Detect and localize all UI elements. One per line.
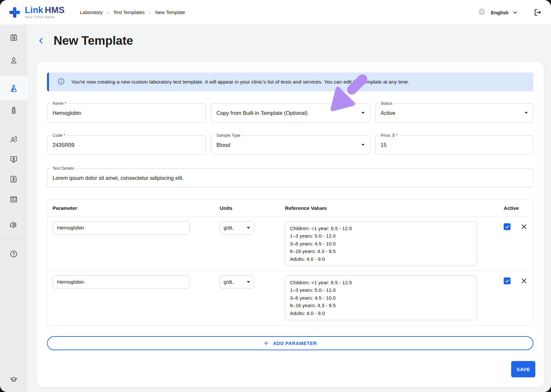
price-field-label: Price, $ * <box>379 133 399 138</box>
logout-icon[interactable] <box>533 8 542 17</box>
parameter-name-input[interactable] <box>53 221 190 234</box>
breadcrumb-test-templates[interactable]: Test Templates <box>113 10 145 15</box>
column-header-parameter: Parameter <box>53 205 220 211</box>
breadcrumb-new-template: New Template <box>155 10 185 15</box>
sidebar-item-staff[interactable] <box>9 135 18 144</box>
copy-template-select-value: Copy from Built-in Template (Optional) <box>216 110 307 116</box>
info-banner: You're now creating a new custom laborat… <box>47 72 533 91</box>
caret-down-icon <box>361 112 365 114</box>
add-parameter-label: ADD PARAMETER <box>273 341 317 346</box>
active-checkbox[interactable] <box>504 223 511 230</box>
active-checkbox[interactable] <box>504 277 511 284</box>
remove-parameter-button[interactable] <box>521 277 527 284</box>
monitor-gear-icon <box>9 155 18 164</box>
parameters-table-header: Parameter Units Reference Values Active <box>47 200 533 217</box>
invoice-icon <box>9 175 18 183</box>
status-select-label: Status <box>379 101 394 106</box>
sidebar-item-learning[interactable] <box>9 375 18 384</box>
back-button[interactable] <box>37 37 45 45</box>
check-icon <box>505 225 510 229</box>
price-input[interactable] <box>381 142 528 148</box>
price-field[interactable]: Price, $ * <box>375 135 533 154</box>
copy-template-select[interactable]: Copy from Built-in Template (Optional) <box>211 103 370 122</box>
bar-chart-icon <box>9 195 18 204</box>
logo-cross-icon <box>8 6 21 19</box>
question-circle-icon <box>9 250 18 258</box>
remove-parameter-button[interactable] <box>521 223 527 230</box>
breadcrumb: Laboratory › Test Templates › New Templa… <box>80 0 185 25</box>
sidebar-item-workstation[interactable] <box>9 155 18 164</box>
calendar-clock-icon <box>9 33 18 42</box>
parameter-row: g/dL Children: <1 year: 6.5 - 12.5 1–3 y… <box>47 271 533 325</box>
name-input[interactable] <box>53 110 200 116</box>
caret-down-icon <box>525 112 528 114</box>
code-field[interactable]: Code * <box>47 135 206 154</box>
status-select[interactable]: Status Active <box>375 103 533 122</box>
users-group-icon <box>9 135 18 144</box>
close-icon <box>521 277 527 284</box>
sidebar-divider <box>0 239 27 239</box>
medicine-bottle-icon <box>9 106 18 115</box>
info-banner-text: You're now creating a new custom laborat… <box>71 79 409 85</box>
template-form-card: You're now creating a new custom laborat… <box>37 62 544 387</box>
sidebar-divider <box>0 125 27 126</box>
user-icon <box>9 56 18 65</box>
units-select[interactable]: g/dL <box>220 275 254 289</box>
close-icon <box>521 223 527 230</box>
parameter-row: g/dL Children: <1 year: 6.5 - 12.5 1–3 y… <box>47 217 533 271</box>
sidebar-item-pharmacy[interactable] <box>9 106 18 115</box>
gear-icon <box>9 221 18 229</box>
sidebar-item-laboratory[interactable] <box>9 84 18 93</box>
check-icon <box>505 279 510 283</box>
sample-type-select-label: Sample Type <box>215 133 242 138</box>
chevron-right-icon: › <box>149 10 150 15</box>
parameters-table: Parameter Units Reference Values Active … <box>47 199 533 326</box>
units-select[interactable]: g/dL <box>220 221 254 234</box>
page-title: New Template <box>54 34 133 48</box>
code-input[interactable] <box>53 142 200 148</box>
caret-down-icon <box>361 144 365 146</box>
sidebar-item-reports[interactable] <box>9 195 18 204</box>
logo-wordmark: LinkHMS <box>25 6 65 15</box>
units-select-value: g/dL <box>224 279 233 285</box>
name-field-label: Name * <box>51 101 68 106</box>
save-button[interactable]: SAVE <box>511 361 535 377</box>
graduation-cap-icon <box>9 375 18 384</box>
parameter-name-input[interactable] <box>53 275 190 289</box>
plus-icon <box>263 340 269 346</box>
test-details-input[interactable] <box>53 175 528 181</box>
name-field[interactable]: Name * <box>47 103 206 122</box>
sidebar-item-patients[interactable] <box>9 56 18 65</box>
column-header-reference: Reference Values <box>285 205 494 211</box>
sidebar-item-help[interactable] <box>9 250 18 258</box>
app-logo: LinkHMS Your Clinic Name <box>8 6 65 19</box>
clinic-name: Your Clinic Name <box>25 15 65 19</box>
sidebar-nav <box>0 25 27 392</box>
caret-down-icon <box>247 227 250 229</box>
sidebar-item-settings[interactable] <box>9 221 18 229</box>
chevron-right-icon: › <box>107 10 108 15</box>
breadcrumb-laboratory[interactable]: Laboratory <box>80 10 102 15</box>
lab-flask-icon <box>9 84 18 93</box>
language-chevron-down-icon[interactable] <box>512 9 518 16</box>
sidebar-item-appointments[interactable] <box>9 33 18 42</box>
test-details-field[interactable]: Test Details <box>47 168 533 187</box>
add-parameter-button[interactable]: ADD PARAMETER <box>47 336 533 350</box>
sample-type-select-value: Blood <box>216 142 230 148</box>
units-select-value: g/dL <box>224 225 233 231</box>
test-details-label: Test Details <box>51 166 76 171</box>
code-field-label: Code * <box>51 133 67 138</box>
sidebar-divider <box>0 75 27 76</box>
column-header-units: Units <box>220 205 285 211</box>
sidebar-item-billing[interactable] <box>9 175 18 183</box>
chevron-left-icon <box>37 37 45 45</box>
status-select-value: Active <box>381 110 395 116</box>
sample-type-select[interactable]: Sample Type Blood <box>211 135 370 154</box>
column-header-active: Active <box>494 205 528 211</box>
language-selector-value[interactable]: English <box>491 10 509 15</box>
top-header: LinkHMS Your Clinic Name Laboratory › Te… <box>0 0 551 25</box>
reference-values-textarea[interactable]: Children: <1 year: 6.5 - 12.5 1–3 years:… <box>285 221 477 266</box>
reference-values-textarea[interactable]: Children: <1 year: 6.5 - 12.5 1–3 years:… <box>285 275 477 320</box>
caret-down-icon <box>247 281 250 283</box>
globe-icon <box>478 8 486 17</box>
